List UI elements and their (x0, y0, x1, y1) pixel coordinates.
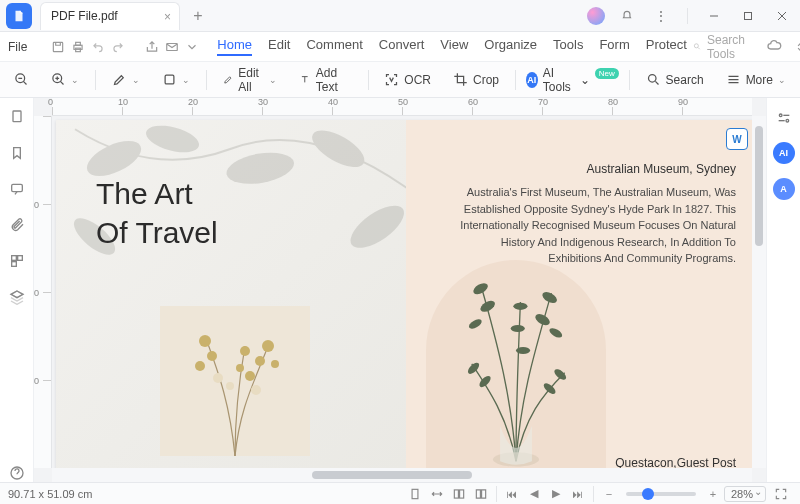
tab-convert[interactable]: Convert (379, 37, 425, 56)
expand-icon[interactable] (794, 37, 800, 57)
svg-point-50 (553, 367, 568, 382)
ai-sidebar-badge-1[interactable]: AI (773, 142, 795, 164)
highlight-button[interactable]: ⌄ (106, 67, 146, 93)
cloud-upload-icon[interactable] (766, 37, 782, 56)
svg-point-41 (467, 317, 483, 330)
zoom-slider[interactable] (626, 492, 696, 496)
save-icon[interactable] (51, 37, 65, 57)
layers-icon[interactable] (8, 288, 26, 306)
svg-point-22 (224, 148, 296, 189)
close-tab-icon[interactable]: × (164, 10, 171, 24)
notification-icon[interactable] (615, 4, 639, 28)
vertical-scrollbar[interactable] (752, 116, 766, 468)
search-tools[interactable]: Search Tools (693, 33, 750, 61)
thumbnails-icon[interactable] (8, 108, 26, 126)
v-scroll-thumb[interactable] (755, 126, 763, 246)
menu-file[interactable]: File (8, 40, 27, 54)
properties-icon[interactable] (774, 108, 794, 128)
word-export-badge[interactable]: W (726, 128, 748, 150)
comments-icon[interactable] (8, 180, 26, 198)
canvas: 0 10 20 30 40 50 60 70 80 90 0 10 20 30 (34, 98, 766, 482)
svg-point-21 (143, 121, 202, 158)
document-tab[interactable]: PDF File.pdf × (40, 2, 180, 30)
undo-icon[interactable] (91, 37, 105, 57)
svg-point-28 (207, 351, 217, 361)
window-minimize-button[interactable] (702, 4, 726, 28)
redo-icon[interactable] (111, 37, 125, 57)
svg-point-38 (251, 385, 261, 395)
zoom-in-button[interactable]: ⌄ (45, 67, 85, 93)
bookmarks-icon[interactable] (8, 144, 26, 162)
svg-rect-65 (454, 489, 458, 497)
tab-home[interactable]: Home (217, 37, 252, 56)
add-text-button[interactable]: Add Text (293, 67, 357, 93)
fields-icon[interactable] (8, 252, 26, 270)
tab-tools[interactable]: Tools (553, 37, 583, 56)
ai-sidebar-badge-2[interactable]: A (773, 178, 795, 200)
svg-point-23 (307, 123, 370, 174)
ai-badge-icon: AI (526, 72, 538, 88)
svg-rect-66 (460, 489, 464, 497)
tab-protect[interactable]: Protect (646, 37, 687, 56)
svg-rect-12 (165, 75, 174, 84)
zoom-value[interactable]: 28% (724, 486, 766, 502)
more-button[interactable]: More⌄ (720, 67, 792, 93)
cursor-position: 90.71 x 51.09 cm (8, 488, 92, 500)
svg-point-47 (516, 347, 530, 354)
svg-point-35 (245, 371, 255, 381)
tab-view[interactable]: View (440, 37, 468, 56)
svg-rect-15 (11, 184, 22, 191)
quick-action-icon[interactable] (185, 37, 199, 57)
kebab-menu-icon[interactable]: ⋮ (649, 4, 673, 28)
search-button[interactable]: Search (640, 67, 710, 93)
last-page-icon[interactable]: ⏭ (569, 485, 587, 503)
h-scroll-thumb[interactable] (312, 471, 472, 479)
svg-point-45 (513, 303, 527, 310)
svg-rect-6 (76, 42, 81, 45)
tab-comment[interactable]: Comment (306, 37, 362, 56)
read-mode-icon[interactable] (472, 485, 490, 503)
svg-rect-4 (54, 42, 63, 51)
zoom-out-button[interactable] (8, 67, 35, 93)
fit-width-icon[interactable] (428, 485, 446, 503)
svg-point-63 (786, 119, 789, 122)
window-maximize-button[interactable] (736, 4, 760, 28)
svg-point-36 (213, 373, 223, 383)
zoom-out-status-icon[interactable]: − (600, 485, 618, 503)
two-page-icon[interactable] (450, 485, 468, 503)
attachments-icon[interactable] (8, 216, 26, 234)
edit-all-button[interactable]: Edit All⌄ (217, 67, 284, 93)
window-close-button[interactable] (770, 4, 794, 28)
crop-button[interactable]: Crop (447, 67, 505, 93)
email-icon[interactable] (165, 37, 179, 57)
svg-rect-18 (11, 262, 16, 267)
print-icon[interactable] (71, 37, 85, 57)
ai-assistant-icon[interactable] (587, 7, 605, 25)
fullscreen-icon[interactable] (772, 485, 790, 503)
new-badge: New (595, 68, 619, 79)
ocr-button[interactable]: OCR (378, 67, 437, 93)
document-viewport[interactable]: The Art Of Travel (52, 116, 752, 468)
tab-organize[interactable]: Organize (484, 37, 537, 56)
help-icon[interactable] (8, 464, 26, 482)
vertical-ruler: 0 10 20 30 (34, 116, 52, 468)
fit-page-icon[interactable] (406, 485, 424, 503)
svg-point-34 (236, 364, 244, 372)
tab-edit[interactable]: Edit (268, 37, 290, 56)
svg-point-27 (199, 335, 211, 347)
horizontal-scrollbar[interactable] (52, 468, 752, 482)
zoom-in-status-icon[interactable]: + (704, 485, 722, 503)
ai-tools-button[interactable]: AI AI Tools⌄ New (526, 66, 619, 94)
add-tab-button[interactable]: + (188, 7, 208, 25)
page-left-photo (160, 306, 310, 456)
statusbar: 90.71 x 51.09 cm ⏮ ◀ ▶ ⏭ − + 28% (0, 482, 800, 504)
tab-form[interactable]: Form (599, 37, 629, 56)
horizontal-ruler: 0 10 20 30 40 50 60 70 80 90 (52, 98, 752, 116)
first-page-icon[interactable]: ⏮ (503, 485, 521, 503)
page-right-bottom-text: Questacon,Guest Post Canberra (615, 454, 736, 468)
shape-button[interactable]: ⌄ (156, 67, 196, 93)
next-page-icon[interactable]: ▶ (547, 485, 565, 503)
prev-page-icon[interactable]: ◀ (525, 485, 543, 503)
share-icon[interactable] (145, 37, 159, 57)
zoom-slider-knob[interactable] (642, 488, 654, 500)
